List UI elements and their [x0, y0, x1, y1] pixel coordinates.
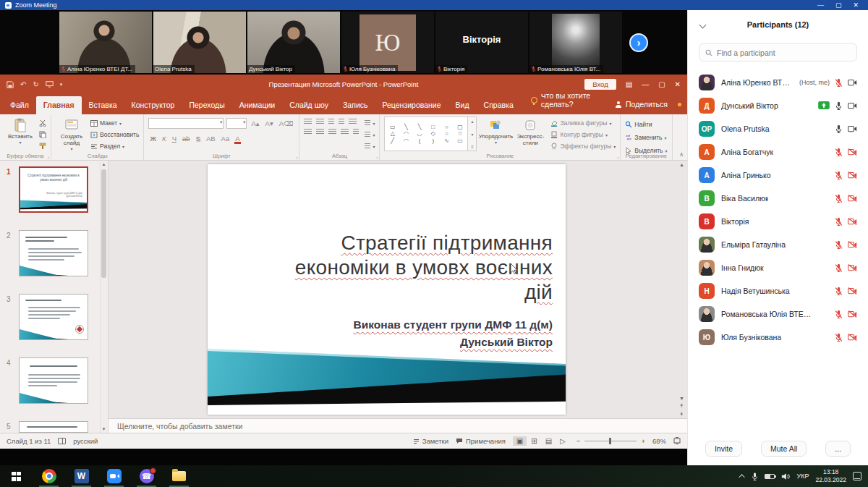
thumb-scroll-down-icon[interactable]: ▼ — [101, 425, 107, 433]
clear-format-icon[interactable]: А⌫ — [278, 118, 295, 129]
shape-glyph[interactable]: ▭ — [390, 124, 396, 131]
mic-muted-icon[interactable] — [835, 217, 843, 226]
align-left-icon[interactable] — [304, 129, 312, 135]
shape-glyph[interactable]: ╱ — [391, 137, 394, 145]
reading-view-icon[interactable]: ▤ — [542, 436, 556, 446]
mic-muted-icon[interactable] — [835, 194, 843, 203]
normal-view-icon[interactable]: ▣ — [513, 436, 527, 446]
previous-slide-icon[interactable]: ↟ — [680, 403, 684, 409]
clock[interactable]: 13:18 22.03.2022 — [815, 468, 846, 484]
font-style-button[interactable]: Ч — [171, 133, 178, 144]
shape-glyph[interactable]: □ — [431, 124, 435, 131]
battery-icon[interactable] — [765, 474, 775, 479]
new-slide-button[interactable]: Создать слайд ▾ — [56, 117, 88, 152]
screen-share-badge[interactable] — [818, 101, 830, 109]
reset-button[interactable]: Восстановить — [90, 130, 139, 140]
slide-sorter-icon[interactable]: ⊞ — [527, 436, 540, 446]
share-button[interactable]: Поделиться — [626, 100, 668, 109]
participant-row[interactable]: ААліна Гринько — [688, 164, 868, 187]
shape-glyph[interactable]: ◇ — [431, 130, 435, 137]
language-indicator[interactable]: УКР — [796, 473, 809, 480]
hidden-icons-chevron[interactable] — [739, 474, 745, 480]
shape-glyph[interactable]: ☆ — [458, 130, 463, 137]
shape-outline-button[interactable]: Контур фигуры▾ — [550, 130, 616, 140]
find-button[interactable]: Найти — [625, 119, 667, 130]
comments-toggle[interactable]: Примечания — [456, 437, 506, 445]
tab-вставка[interactable]: Вставка — [82, 96, 124, 114]
mic-muted-icon[interactable] — [835, 171, 843, 180]
font-style-button[interactable]: Ж — [148, 133, 158, 144]
zoom-out-icon[interactable]: − — [576, 437, 581, 445]
microphone-tray-icon[interactable] — [752, 472, 758, 481]
camera-off-icon[interactable] — [848, 218, 857, 225]
thumb-scroll-thumb[interactable] — [101, 169, 106, 278]
text-direction-button[interactable]: ▾ — [365, 118, 375, 128]
video-tile[interactable]: Olena Prutska — [153, 12, 246, 73]
mic-muted-icon[interactable] — [835, 78, 843, 88]
font-size-combo[interactable] — [226, 118, 247, 129]
slide-scrollbar[interactable]: ▲ ▼ ↟ ↡ — [678, 162, 686, 417]
undo-icon[interactable]: ↶ — [20, 80, 26, 88]
shape-glyph[interactable]: ◠ — [404, 137, 409, 145]
search-input[interactable] — [717, 48, 851, 57]
video-tile[interactable]: Аліна Юренко ВТЕІ ДТ... — [59, 12, 152, 73]
shape-glyph[interactable]: ╲ — [404, 124, 408, 131]
language-indicator[interactable]: русский — [73, 437, 98, 445]
font-style-button[interactable]: ab — [181, 133, 192, 144]
align-right-icon[interactable] — [328, 129, 336, 135]
start-slideshow-icon[interactable] — [46, 81, 54, 88]
columns-icon[interactable] — [353, 129, 359, 135]
scroll-up-icon[interactable]: ▲ — [679, 162, 684, 167]
camera-off-icon[interactable] — [848, 310, 857, 318]
shapes-gallery[interactable]: ▭╲╲□○▢△◠◡◇○☆╱◠()∿▭ ▴▾≡ — [384, 117, 477, 151]
align-text-button[interactable]: ▾ — [365, 130, 375, 140]
dialog-launcher-icon[interactable]: ⌟ — [376, 153, 378, 158]
participant-row[interactable]: Романовська Юлія ВТЕІ ДТЕУ — [688, 302, 868, 326]
slideshow-view-icon[interactable]: ▷ — [556, 436, 569, 446]
replace-button[interactable]: Заменить▾ — [625, 132, 667, 143]
taskbar-app-zoom[interactable] — [98, 465, 130, 487]
section-button[interactable]: Раздел▾ — [90, 141, 139, 151]
mic-muted-icon[interactable] — [835, 240, 843, 250]
ppt-restore-icon[interactable]: ▢ — [658, 80, 665, 88]
decrease-indent-icon[interactable] — [328, 119, 334, 125]
slide-thumbnail[interactable] — [19, 357, 88, 404]
proofing-icon[interactable] — [58, 438, 66, 444]
participant-row[interactable]: ВВіка Василюк — [688, 187, 868, 210]
more-options-button[interactable]: ... — [825, 441, 851, 457]
convert-smartart-button[interactable]: ▾ — [365, 141, 375, 151]
ribbon-display-icon[interactable]: ▤ — [626, 80, 632, 88]
format-painter-button[interactable] — [39, 141, 46, 151]
line-spacing-icon[interactable] — [349, 119, 357, 125]
taskbar-app-viber[interactable]: ☎ — [130, 465, 163, 487]
participant-row[interactable]: ВВікторія — [688, 210, 868, 233]
taskbar-app-word[interactable]: W — [65, 465, 98, 487]
invite-button[interactable]: Invite — [705, 441, 742, 457]
font-style-button[interactable]: К — [161, 133, 168, 144]
shape-glyph[interactable]: ○ — [445, 124, 448, 131]
notes-pane[interactable]: Щелкните, чтобы добавить заметки — [109, 418, 687, 433]
tab-анимации[interactable]: Анимации — [232, 96, 282, 114]
qat-customize-icon[interactable]: ▾ — [60, 82, 63, 88]
mic-muted-icon[interactable] — [835, 148, 843, 157]
layout-button[interactable]: Макет▾ — [90, 118, 139, 128]
shape-glyph[interactable]: ▢ — [457, 124, 463, 131]
save-icon[interactable] — [7, 81, 14, 88]
shape-glyph[interactable]: ▭ — [457, 137, 463, 145]
camera-icon[interactable] — [848, 125, 857, 132]
dialog-launcher-icon[interactable]: ⌟ — [296, 153, 298, 158]
mute-all-button[interactable]: Mute All — [761, 441, 807, 457]
align-center-icon[interactable] — [316, 129, 324, 135]
justify-icon[interactable] — [341, 129, 349, 135]
slide-thumbnail[interactable] — [19, 294, 88, 340]
mic-icon[interactable] — [835, 124, 843, 134]
next-slide-icon[interactable]: ↡ — [680, 411, 684, 417]
slide-title[interactable]: Стратегії підтриманняекономіки в умовх в… — [213, 231, 553, 305]
maximize-icon[interactable]: ▢ — [835, 1, 842, 9]
cut-button[interactable] — [39, 118, 46, 128]
font-style-button[interactable]: Аа — [220, 133, 231, 144]
thumb-scroll-up-icon[interactable]: ▲ — [101, 161, 107, 168]
tab-запись[interactable]: Запись — [336, 96, 375, 114]
shape-glyph[interactable]: ╲ — [418, 124, 422, 131]
ppt-minimize-icon[interactable]: — — [642, 80, 649, 88]
